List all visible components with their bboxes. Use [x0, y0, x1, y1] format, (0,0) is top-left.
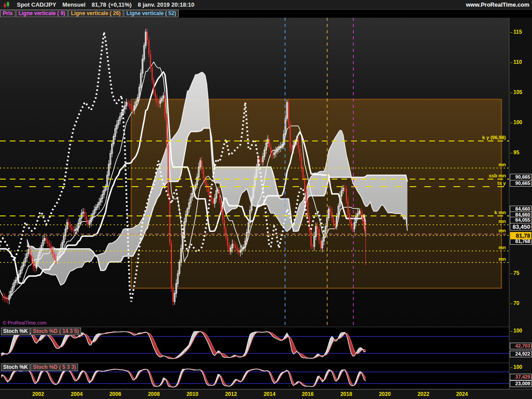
- year-label-2024: 2024: [449, 391, 475, 397]
- stoch-value-box: 23,009: [510, 380, 532, 387]
- price-level-box: 84,055: [510, 217, 532, 223]
- instrument-title: Spot CAD/JPY: [17, 1, 56, 8]
- year-label-2014: 2014: [256, 391, 283, 397]
- year-label-2008: 2008: [141, 391, 167, 397]
- stoch2-header: Stoch %K Stoch %D ( 5 3 3): [1, 364, 78, 371]
- price-axis[interactable]: 11511010510095908580757090,66590,66584,6…: [509, 18, 532, 389]
- stoch-value-box: 37,429: [510, 374, 532, 380]
- price-level-box: 81,78: [510, 232, 532, 239]
- chart-header: Spot CAD/JPY Mensuel 81,78 (+0,11%) 8 ja…: [0, 0, 532, 10]
- year-label-2020: 2020: [372, 391, 398, 397]
- price-tick-75: 75: [513, 270, 519, 276]
- candlestick-icon: [3, 1, 11, 8]
- price-level-box: 90,665: [510, 174, 532, 180]
- last-price: 81,78: [92, 1, 106, 8]
- vertical-line-9-tab[interactable]: Ligne verticale ( 9): [16, 10, 68, 17]
- year-label-2006: 2006: [102, 391, 129, 397]
- website-link[interactable]: www.ProRealTime.com: [466, 1, 529, 8]
- price-change: (+0,11%): [108, 1, 131, 8]
- indicator-legend: Prix Ligne verticale ( 9) Ligne vertical…: [0, 10, 532, 18]
- year-label-2018: 2018: [333, 391, 360, 397]
- price-tick-110: 110: [513, 59, 522, 65]
- price-tick-115: 115: [513, 29, 522, 35]
- stoch1-k-label[interactable]: Stoch %K: [1, 328, 30, 335]
- price-tick-100: 100: [513, 119, 522, 125]
- price-tick-70: 70: [513, 300, 519, 306]
- stoch-value-box: 42,703: [510, 343, 532, 349]
- vertical-line-52-tab[interactable]: Ligne verticale ( 52): [124, 10, 179, 17]
- price-level-box: 83,450: [510, 223, 532, 231]
- stoch-value-box: 24,922: [510, 351, 532, 357]
- year-label-2010: 2010: [179, 391, 206, 397]
- time-axis[interactable]: 2002200420062008201020122014201620182020…: [0, 389, 532, 399]
- stoch2-k-label[interactable]: Stoch %K: [1, 364, 30, 371]
- timeframe-label: Mensuel: [63, 1, 86, 8]
- price-level-box: 90,665: [510, 180, 532, 187]
- year-label-2022: 2022: [410, 391, 437, 397]
- datetime-label: 8 janv. 2019 20:18:10: [138, 1, 195, 8]
- stoch1-header: Stoch %K Stoch %D ( 14 3 5): [1, 328, 82, 335]
- stoch1-d-label[interactable]: Stoch %D ( 14 3 5): [31, 328, 81, 335]
- price-tab[interactable]: Prix: [0, 10, 16, 17]
- stoch-scale-100: 100: [513, 364, 522, 370]
- year-label-2012: 2012: [218, 391, 244, 397]
- stoch-scale-100: 100: [513, 328, 522, 334]
- price-tick-95: 95: [513, 149, 519, 156]
- year-label-2016: 2016: [294, 391, 321, 397]
- main-chart-canvas[interactable]: [0, 18, 509, 327]
- year-label-2004: 2004: [63, 391, 90, 397]
- vertical-line-26-tab[interactable]: Ligne verticale ( 26): [68, 10, 123, 17]
- price-tick-105: 105: [513, 89, 522, 95]
- stoch2-d-label[interactable]: Stoch %D ( 5 3 3): [31, 364, 78, 371]
- year-label-2002: 2002: [25, 391, 51, 397]
- prorealtime-window: Spot CAD/JPY Mensuel 81,78 (+0,11%) 8 ja…: [0, 0, 532, 399]
- copyright-watermark: © ProRealTime.com: [3, 320, 47, 325]
